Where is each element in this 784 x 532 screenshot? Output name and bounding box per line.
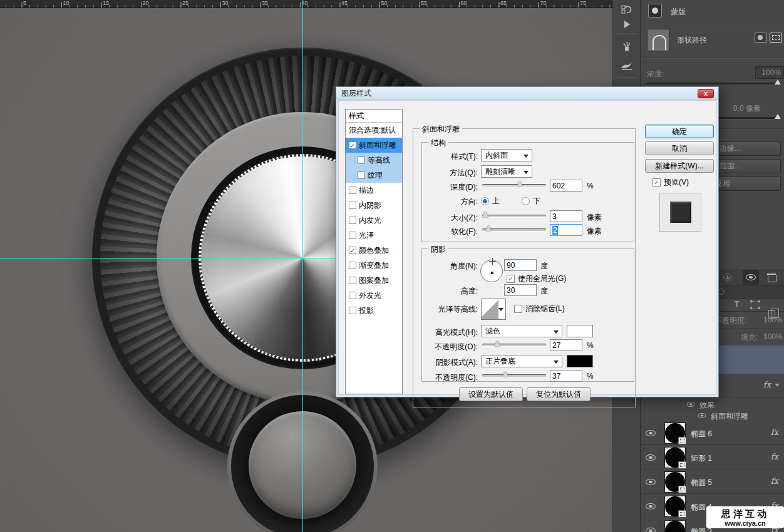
eye-icon[interactable] [687,402,695,407]
ok-button[interactable]: 确定 [645,125,714,138]
bevel-effect-row[interactable]: 斜面和浮雕 [641,411,784,421]
layer-row[interactable]: 椭圆 5fx [641,470,784,494]
filter-kind-icon[interactable] [718,289,725,295]
style-item-checkbox[interactable] [349,187,356,194]
antialias-checkbox[interactable] [514,305,522,313]
highlight-opacity-slider[interactable] [482,342,546,347]
eye-icon[interactable] [646,454,656,461]
opacity-value[interactable]: 100% [763,315,783,324]
direction-up-option[interactable]: 上 [481,195,500,207]
close-icon[interactable]: x [698,89,714,98]
vector-mask-icon[interactable] [770,33,782,43]
layer-visibility-cell[interactable] [641,519,661,532]
fx-badge[interactable]: fx [763,380,771,389]
dialog-titlebar[interactable]: 图层样式 [336,87,718,100]
fx-expand-icon[interactable] [775,384,780,389]
layer-name[interactable]: 椭圆 5 [691,478,712,488]
layer-row[interactable]: 椭圆 6fx [641,421,784,445]
density-value[interactable]: 100% [755,66,784,79]
layer-row[interactable]: 矩形 1fx [641,446,784,469]
highlight-opacity-input[interactable]: 27 [550,339,582,351]
style-item-checkbox[interactable] [358,156,365,164]
style-item-checkbox[interactable] [349,262,356,269]
technique-dropdown[interactable]: 雕刻清晰 [481,165,532,178]
filter-type-icon[interactable]: T [735,300,739,309]
preview-checkbox[interactable]: ✓ [652,178,661,187]
vertical-guide[interactable] [302,0,303,532]
reset-default-button[interactable]: 复位为默认值 [527,387,591,401]
angle-input[interactable]: 90 [504,259,537,271]
fx-badge[interactable]: fx [771,452,778,461]
style-item-checkbox[interactable] [349,217,356,224]
layer-thumbnail[interactable] [664,471,686,493]
style-item[interactable]: 纹理 [346,168,402,183]
layer-name[interactable]: 椭圆 6 [691,429,712,439]
layer-visibility-cell[interactable] [641,446,661,469]
style-item[interactable]: 图案叠加 [346,273,402,288]
style-item-checkbox[interactable] [349,307,356,314]
bevel-style-dropdown[interactable]: 内斜面 [481,149,532,161]
new-style-button[interactable]: 新建样式(W)... [645,159,714,173]
style-item-checkbox[interactable]: ✓ [349,247,356,254]
style-item[interactable]: 投影 [346,303,402,318]
style-item[interactable]: 内发光 [346,213,402,228]
style-item-checkbox[interactable] [349,292,356,299]
style-item-checkbox[interactable] [358,171,365,179]
shadow-mode-dropdown[interactable]: 正片叠底 [481,355,562,367]
antialias-option[interactable]: 消除锯齿(L) [514,302,565,315]
style-item-checkbox[interactable] [349,277,356,284]
soften-slider[interactable] [482,227,546,232]
delete-mask-icon[interactable] [767,273,776,282]
fill-value[interactable]: 100% [763,332,783,341]
layer-thumbnail[interactable] [664,447,686,468]
radio-down-icon[interactable] [522,197,530,205]
feather-slider-thumb[interactable] [775,114,781,119]
layer-visibility-cell[interactable] [641,421,661,445]
style-item[interactable]: 光泽 [346,228,402,243]
brush-panel-icon[interactable] [617,39,636,55]
highlight-mode-dropdown[interactable]: 滤色 [481,325,562,337]
actions-icon[interactable] [617,16,636,33]
eye-icon[interactable] [698,413,706,418]
depth-input[interactable]: 602 [550,180,582,192]
load-selection-icon[interactable] [722,272,733,285]
horizontal-ruler[interactable]: 51015202530354045505560657075 [0,0,612,8]
layer-thumbnail[interactable] [664,520,686,532]
style-item[interactable]: 外发光 [346,288,402,303]
shadow-opacity-slider[interactable] [482,372,546,378]
style-item[interactable]: ✓斜面和浮雕 [346,138,402,153]
eye-icon[interactable] [646,528,656,532]
history-icon[interactable] [617,1,636,18]
layer-visibility-cell[interactable] [641,470,661,494]
fx-badge[interactable]: fx [771,476,778,486]
make-default-button[interactable]: 设置为默认值 [459,387,523,401]
eye-icon[interactable] [646,479,656,485]
gloss-contour-picker[interactable] [481,299,506,320]
depth-slider[interactable] [482,182,546,188]
style-item[interactable]: 等高线 [346,153,402,168]
style-item-checkbox[interactable]: ✓ [349,141,356,149]
mask-visibility-tile[interactable] [743,270,759,285]
size-slider[interactable] [482,213,546,218]
style-item[interactable]: ✓颜色叠加 [346,243,402,258]
style-item[interactable]: 混合选项:默认 [346,123,402,138]
shadow-opacity-input[interactable]: 37 [550,370,582,382]
density-slider-thumb[interactable] [775,79,781,84]
style-item[interactable]: 描边 [346,183,402,198]
style-item[interactable]: 内阴影 [346,198,402,213]
layer-name[interactable]: 矩形 1 [691,453,712,464]
global-light-option[interactable]: ✓ 使用全局光(G) [507,272,566,285]
soften-input[interactable]: 2 [550,224,582,236]
layer-thumbnail[interactable] [664,496,686,517]
global-light-checkbox[interactable]: ✓ [507,275,515,283]
style-item-checkbox[interactable] [349,202,356,209]
style-item[interactable]: 渐变叠加 [346,258,402,273]
highlight-color-swatch[interactable] [567,325,593,337]
altitude-input[interactable]: 30 [504,284,537,296]
eye-icon[interactable] [646,503,656,509]
density-slider[interactable] [646,83,781,84]
radio-up-icon[interactable] [481,197,489,205]
layer-thumbnail[interactable] [664,422,686,444]
cancel-button[interactable]: 取消 [645,141,714,155]
brush-presets-icon[interactable] [617,58,636,74]
